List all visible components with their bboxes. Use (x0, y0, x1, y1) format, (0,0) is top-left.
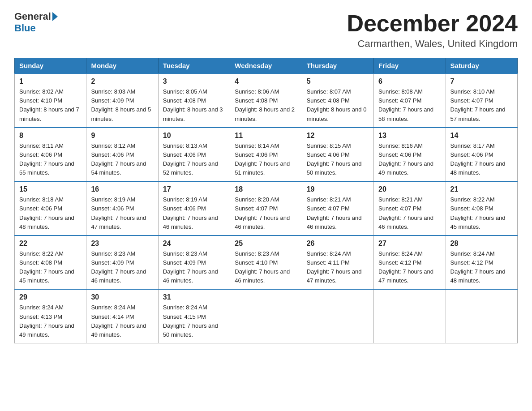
table-row: 23Sunrise: 8:23 AMSunset: 4:09 PMDayligh… (86, 235, 158, 290)
day-number: 12 (307, 132, 369, 140)
day-info: Sunrise: 8:17 AMSunset: 4:06 PMDaylight:… (450, 141, 513, 178)
header-wednesday: Wednesday (230, 58, 302, 74)
sunrise-text: Sunrise: 8:19 AM (91, 196, 135, 203)
sunset-text: Sunset: 4:09 PM (163, 259, 206, 266)
day-info: Sunrise: 8:24 AMSunset: 4:12 PMDaylight:… (450, 249, 513, 286)
day-number: 13 (378, 132, 441, 140)
sunrise-text: Sunrise: 8:24 AM (19, 304, 64, 311)
table-row: 26Sunrise: 8:24 AMSunset: 4:11 PMDayligh… (302, 235, 373, 290)
header-friday: Friday (374, 58, 446, 74)
sunrise-text: Sunrise: 8:11 AM (19, 142, 64, 149)
table-row (374, 289, 446, 343)
logo-general-text: General (14, 11, 51, 22)
table-row (446, 289, 517, 343)
sunrise-text: Sunrise: 8:10 AM (450, 88, 495, 95)
day-number: 11 (235, 132, 297, 140)
calendar-week-row: 8Sunrise: 8:11 AMSunset: 4:06 PMDaylight… (15, 128, 518, 182)
table-row: 12Sunrise: 8:15 AMSunset: 4:06 PMDayligh… (302, 128, 373, 182)
sunrise-text: Sunrise: 8:17 AM (450, 142, 495, 149)
table-row: 25Sunrise: 8:23 AMSunset: 4:10 PMDayligh… (230, 235, 302, 290)
daylight-text: Daylight: 7 hours and 48 minutes. (450, 268, 506, 284)
sunset-text: Sunset: 4:10 PM (235, 259, 278, 266)
day-number: 1 (19, 77, 82, 86)
logo-blue-text: Blue (14, 22, 36, 34)
table-row: 4Sunrise: 8:06 AMSunset: 4:08 PMDaylight… (230, 73, 302, 128)
table-row: 22Sunrise: 8:22 AMSunset: 4:08 PMDayligh… (15, 235, 86, 290)
daylight-text: Daylight: 8 hours and 3 minutes. (163, 106, 223, 122)
daylight-text: Daylight: 8 hours and 5 minutes. (91, 106, 151, 122)
table-row: 21Sunrise: 8:22 AMSunset: 4:08 PMDayligh… (446, 181, 517, 235)
sunset-text: Sunset: 4:06 PM (19, 151, 62, 158)
daylight-text: Daylight: 7 hours and 46 minutes. (91, 268, 146, 284)
day-info: Sunrise: 8:13 AMSunset: 4:06 PMDaylight:… (163, 141, 225, 178)
day-number: 29 (19, 293, 82, 301)
day-info: Sunrise: 8:23 AMSunset: 4:10 PMDaylight:… (235, 249, 297, 286)
table-row: 19Sunrise: 8:21 AMSunset: 4:07 PMDayligh… (302, 181, 373, 235)
sunset-text: Sunset: 4:08 PM (19, 259, 62, 266)
day-info: Sunrise: 8:12 AMSunset: 4:06 PMDaylight:… (91, 141, 153, 178)
table-row: 13Sunrise: 8:16 AMSunset: 4:06 PMDayligh… (374, 128, 446, 182)
daylight-text: Daylight: 8 hours and 7 minutes. (19, 106, 79, 122)
day-info: Sunrise: 8:02 AMSunset: 4:10 PMDaylight:… (19, 87, 82, 124)
table-row: 16Sunrise: 8:19 AMSunset: 4:06 PMDayligh… (86, 181, 158, 235)
day-number: 21 (450, 185, 513, 193)
sunrise-text: Sunrise: 8:24 AM (163, 304, 207, 311)
day-info: Sunrise: 8:23 AMSunset: 4:09 PMDaylight:… (163, 249, 225, 286)
day-number: 22 (19, 240, 82, 248)
daylight-text: Daylight: 7 hours and 49 minutes. (19, 322, 74, 338)
day-number: 20 (378, 185, 441, 193)
sunset-text: Sunset: 4:11 PM (307, 259, 350, 266)
sunrise-text: Sunrise: 8:18 AM (19, 196, 64, 203)
day-number: 27 (378, 240, 441, 248)
table-row: 14Sunrise: 8:17 AMSunset: 4:06 PMDayligh… (446, 128, 517, 182)
day-number: 4 (235, 77, 297, 86)
table-row: 17Sunrise: 8:19 AMSunset: 4:06 PMDayligh… (158, 181, 230, 235)
day-info: Sunrise: 8:14 AMSunset: 4:06 PMDaylight:… (235, 141, 297, 178)
sunset-text: Sunset: 4:07 PM (378, 97, 421, 104)
weekday-header-row: Sunday Monday Tuesday Wednesday Thursday… (15, 58, 518, 74)
sunrise-text: Sunrise: 8:19 AM (163, 196, 207, 203)
sunrise-text: Sunrise: 8:24 AM (450, 250, 495, 257)
calendar-week-row: 15Sunrise: 8:18 AMSunset: 4:06 PMDayligh… (15, 181, 518, 235)
table-row: 9Sunrise: 8:12 AMSunset: 4:06 PMDaylight… (86, 128, 158, 182)
sunset-text: Sunset: 4:12 PM (378, 259, 421, 266)
day-number: 15 (19, 185, 82, 193)
daylight-text: Daylight: 7 hours and 49 minutes. (91, 322, 146, 338)
daylight-text: Daylight: 7 hours and 50 minutes. (163, 322, 218, 338)
day-info: Sunrise: 8:10 AMSunset: 4:07 PMDaylight:… (450, 87, 513, 124)
day-number: 10 (163, 132, 225, 140)
day-number: 6 (378, 77, 441, 86)
daylight-text: Daylight: 7 hours and 57 minutes. (450, 106, 506, 122)
sunset-text: Sunset: 4:06 PM (163, 205, 206, 212)
day-number: 14 (450, 132, 513, 140)
day-info: Sunrise: 8:22 AMSunset: 4:08 PMDaylight:… (19, 249, 82, 286)
daylight-text: Daylight: 7 hours and 47 minutes. (378, 268, 433, 284)
day-number: 28 (450, 240, 513, 248)
table-row: 15Sunrise: 8:18 AMSunset: 4:06 PMDayligh… (15, 181, 86, 235)
sunset-text: Sunset: 4:07 PM (307, 205, 350, 212)
table-row: 3Sunrise: 8:05 AMSunset: 4:08 PMDaylight… (158, 73, 230, 128)
sunrise-text: Sunrise: 8:08 AM (378, 88, 423, 95)
daylight-text: Daylight: 7 hours and 46 minutes. (235, 268, 290, 284)
page-header: General Blue December 2024 Carmarthen, W… (14, 11, 518, 50)
day-info: Sunrise: 8:16 AMSunset: 4:06 PMDaylight:… (378, 141, 441, 178)
sunset-text: Sunset: 4:08 PM (307, 97, 350, 104)
header-monday: Monday (86, 58, 158, 74)
day-number: 24 (163, 240, 225, 248)
sunrise-text: Sunrise: 8:21 AM (307, 196, 351, 203)
table-row: 28Sunrise: 8:24 AMSunset: 4:12 PMDayligh… (446, 235, 517, 290)
sunset-text: Sunset: 4:07 PM (378, 205, 421, 212)
sunrise-text: Sunrise: 8:24 AM (378, 250, 423, 257)
sunrise-text: Sunrise: 8:23 AM (163, 250, 207, 257)
sunrise-text: Sunrise: 8:24 AM (91, 304, 135, 311)
day-number: 16 (91, 185, 153, 193)
calendar-table: Sunday Monday Tuesday Wednesday Thursday… (14, 58, 518, 343)
day-info: Sunrise: 8:22 AMSunset: 4:08 PMDaylight:… (450, 195, 513, 231)
day-info: Sunrise: 8:07 AMSunset: 4:08 PMDaylight:… (307, 87, 369, 124)
day-info: Sunrise: 8:23 AMSunset: 4:09 PMDaylight:… (91, 249, 153, 286)
daylight-text: Daylight: 7 hours and 54 minutes. (91, 160, 146, 176)
header-thursday: Thursday (302, 58, 373, 74)
sunrise-text: Sunrise: 8:22 AM (19, 250, 64, 257)
daylight-text: Daylight: 7 hours and 45 minutes. (450, 214, 506, 230)
table-row: 11Sunrise: 8:14 AMSunset: 4:06 PMDayligh… (230, 128, 302, 182)
